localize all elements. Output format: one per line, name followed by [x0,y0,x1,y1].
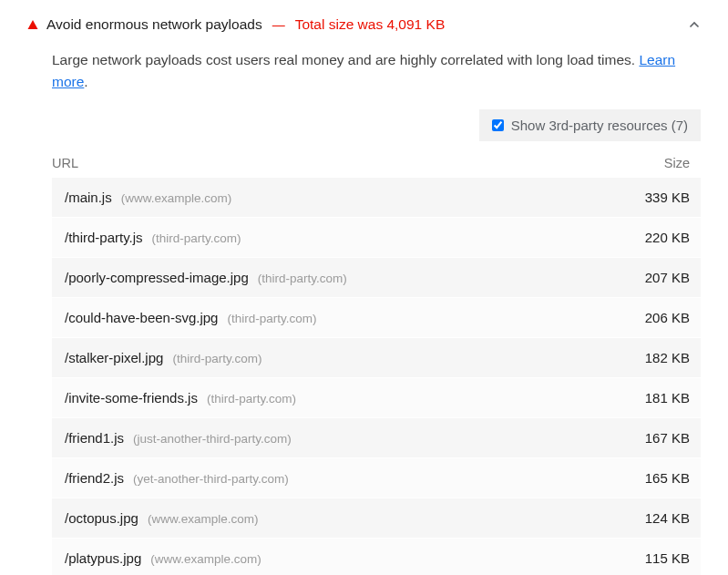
cell-size: 181 KB [608,390,690,406]
table-header: URL Size [52,149,701,178]
description-text: Large network payloads cost users real m… [52,52,639,67]
resource-path: /invite-some-friends.js [65,390,198,406]
table-row[interactable]: /friend1.js(just-another-third-party.com… [52,418,701,458]
resource-origin: (third-party.com) [207,392,296,406]
resource-origin: (third-party.com) [152,231,241,245]
resource-path: /stalker-pixel.jpg [65,350,163,365]
table-row[interactable]: /could-have-been-svg.jpg(third-party.com… [52,298,701,338]
table-row[interactable]: /platypus.jpg(www.example.com)115 KB [52,539,701,575]
resource-path: /third-party.js [65,230,143,245]
table-body: /main.js(www.example.com)339 KB/third-pa… [52,178,701,575]
cell-size: 182 KB [608,350,690,365]
audit-result-text: Total size was 4,091 KB [295,16,446,33]
third-party-toggle[interactable]: Show 3rd-party resources (7) [479,109,701,141]
resource-origin: (www.example.com) [150,552,261,566]
cell-url: /main.js(www.example.com) [65,190,608,205]
audit-description: Large network payloads cost users real m… [27,44,701,109]
audit-title: Avoid enormous network payloads [46,16,262,33]
resource-path: /friend1.js [65,430,124,446]
svg-marker-0 [28,20,38,29]
resource-path: /could-have-been-svg.jpg [65,310,218,325]
cell-url: /stalker-pixel.jpg(third-party.com) [65,350,608,365]
cell-url: /friend2.js(yet-another-third-party.com) [65,470,608,486]
cell-url: /octopus.jpg(www.example.com) [65,510,608,526]
third-party-toggle-row: Show 3rd-party resources (7) [27,109,701,149]
audit-header[interactable]: Avoid enormous network payloads — Total … [27,16,701,44]
table-row[interactable]: /poorly-compressed-image.jpg(third-party… [52,258,701,298]
resource-path: /friend2.js [65,470,124,486]
resource-origin: (www.example.com) [121,191,232,205]
resource-origin: (just-another-third-party.com) [133,432,292,446]
resource-path: /platypus.jpg [65,550,141,566]
warning-triangle-icon [27,19,38,30]
resource-path: /octopus.jpg [65,510,138,526]
table-row[interactable]: /third-party.js(third-party.com)220 KB [52,218,701,258]
resource-origin: (third-party.com) [258,272,347,285]
table-row[interactable]: /stalker-pixel.jpg(third-party.com)182 K… [52,338,701,378]
header-url: URL [52,156,608,170]
cell-size: 207 KB [608,270,690,285]
cell-url: /friend1.js(just-another-third-party.com… [65,430,608,446]
description-post: . [84,74,87,89]
table-row[interactable]: /octopus.jpg(www.example.com)124 KB [52,498,701,539]
header-size: Size [608,156,690,170]
cell-url: /could-have-been-svg.jpg(third-party.com… [65,310,608,325]
resource-path: /main.js [65,190,112,205]
cell-size: 165 KB [608,470,690,486]
third-party-toggle-label: Show 3rd-party resources (7) [511,118,688,133]
resource-origin: (third-party.com) [172,352,261,365]
resource-origin: (third-party.com) [227,312,316,325]
cell-url: /platypus.jpg(www.example.com) [65,550,608,566]
cell-url: /invite-some-friends.js(third-party.com) [65,390,608,406]
cell-url: /third-party.js(third-party.com) [65,230,608,245]
table-row[interactable]: /main.js(www.example.com)339 KB [52,178,701,218]
resource-origin: (www.example.com) [148,512,259,526]
cell-size: 115 KB [608,550,690,566]
payload-table: URL Size /main.js(www.example.com)339 KB… [27,149,701,575]
table-row[interactable]: /invite-some-friends.js(third-party.com)… [52,378,701,418]
cell-size: 206 KB [608,310,690,325]
resource-origin: (yet-another-third-party.com) [133,472,289,486]
separator-dash: — [271,17,287,32]
third-party-checkbox[interactable] [492,119,504,131]
cell-url: /poorly-compressed-image.jpg(third-party… [65,270,608,285]
chevron-up-icon[interactable] [688,18,701,31]
cell-size: 220 KB [608,230,690,245]
cell-size: 167 KB [608,430,690,446]
audit-panel: Avoid enormous network payloads — Total … [27,16,701,575]
cell-size: 339 KB [608,190,690,205]
cell-size: 124 KB [608,510,690,526]
resource-path: /poorly-compressed-image.jpg [65,270,249,285]
table-row[interactable]: /friend2.js(yet-another-third-party.com)… [52,458,701,498]
